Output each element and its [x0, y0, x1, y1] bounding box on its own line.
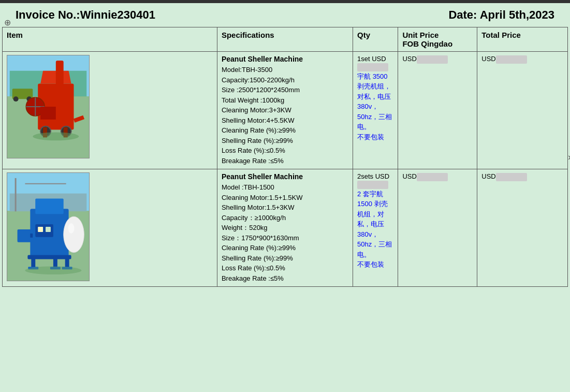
spec-title-1: Peanut Sheller Machine [222, 55, 348, 63]
unit-price-amount-blurred-2 [417, 173, 448, 181]
table-row: Peanut Sheller Machine Model:TBH-3500 Ca… [3, 52, 568, 169]
invoice-table: Item Specifications Qty Unit Price FOB Q… [2, 27, 568, 287]
table-header-row: Item Specifications Qty Unit Price FOB Q… [3, 27, 568, 52]
unit-price-line2: FOB Qingdao [402, 39, 452, 48]
spec-shelling-motor-2: Shelling Motor:1.5+3KW [222, 202, 348, 213]
col-header-item: Item [3, 27, 217, 52]
unit-price-cell-1: USD [398, 52, 477, 169]
unit-price-blurred-2 [357, 181, 388, 189]
spec-model-1: Model:TBH-3500 [222, 65, 348, 75]
spec-weight-2: Weight：520kg [222, 223, 348, 233]
unit-price-blurred-1 [357, 63, 388, 71]
spec-shelling-rate-1: Shelling Rate (%):≥99% [222, 136, 348, 146]
qty-value-2: 2sets USD [357, 172, 393, 189]
svg-point-27 [68, 223, 75, 234]
spec-breakage-rate-2: Breakage Rate :≤5% [222, 273, 348, 284]
total-price-value-2: USD [481, 172, 563, 181]
invoice-header: Invoice No.:Winnie230401 Date: April 5th… [0, 3, 570, 27]
svg-point-40 [25, 266, 81, 274]
spec-breakage-rate-1: Breakage Rate :≤5% [222, 156, 348, 166]
spec-cell-2: Peanut Sheller Machine Model :TBH-1500 C… [217, 169, 353, 287]
svg-rect-22 [15, 178, 17, 211]
spec-capacity-2: Capacity：≥1000kg/h [222, 213, 348, 223]
total-price-value-1: USD [481, 55, 563, 64]
total-price-amount-blurred-2 [496, 173, 527, 181]
svg-rect-29 [30, 234, 33, 238]
spec-shelling-motor-1: Shelling Motor:4+5.5KW [222, 115, 348, 126]
spec-size-1: Size :2500*1200*2450mm [222, 85, 348, 95]
qty-value-1: 1set USD [357, 55, 393, 71]
machine-blue-svg [7, 173, 89, 281]
invoice-date: Date: April 5th,2023 [448, 8, 554, 22]
product-cell-2 [7, 172, 213, 281]
svg-rect-25 [35, 199, 63, 214]
spec-weight-1: Total Weight :1000kg [222, 95, 348, 106]
spec-size-2: Size：1750*900*1630mm [222, 233, 348, 243]
svg-rect-33 [65, 257, 69, 268]
spec-shelling-rate-2: Shelling Rate (%):≥99% [222, 253, 348, 264]
scroll-right-icon[interactable]: › [568, 152, 570, 163]
invoice-number: Invoice No.:Winnie230401 [16, 8, 155, 22]
spec-loss-rate-1: Loss Rate (%):≤0.5% [222, 146, 348, 156]
svg-point-26 [64, 216, 84, 252]
item-cell-2 [3, 169, 217, 287]
add-row-icon[interactable]: ⊕ [4, 18, 11, 27]
col-header-total-price: Total Price [477, 27, 568, 52]
page-container: ⊕ Invoice No.:Winnie230401 Date: April 5… [0, 0, 570, 287]
table-row: Peanut Sheller Machine Model :TBH-1500 C… [3, 169, 568, 287]
spec-capacity-1: Capacity:1500-2200kg/h [222, 75, 348, 85]
unit-price-line1: Unit Price [402, 31, 439, 39]
product-image-1 [7, 55, 90, 158]
svg-rect-32 [53, 257, 57, 268]
spec-model-2: Model :TBH-1500 [222, 182, 348, 193]
spec-cleaning-motor-1: Cleaning Motor:3+3KW [222, 105, 348, 115]
unit-price-amount-blurred-1 [417, 55, 448, 64]
spec-cell-1: Peanut Sheller Machine Model:TBH-3500 Ca… [217, 52, 353, 169]
spec-loss-rate-2: Loss Rate (%):≤0.5% [222, 263, 348, 273]
total-price-cell-1: USD [477, 52, 568, 169]
total-price-cell-2: USD [477, 169, 568, 287]
col-header-qty: Qty [353, 27, 398, 52]
svg-point-18 [33, 133, 79, 141]
spec-cleaning-motor-2: Cleaning Motor:1.5+1.5KW [222, 193, 348, 203]
svg-rect-31 [31, 257, 35, 268]
svg-rect-23 [25, 183, 66, 184]
svg-rect-39 [46, 227, 51, 232]
col-header-unit-price: Unit Price FOB Qingdao [398, 27, 477, 52]
unit-price-value-1: USD [402, 55, 473, 64]
svg-rect-38 [38, 227, 43, 232]
table-wrapper: Item Specifications Qty Unit Price FOB Q… [0, 27, 570, 287]
col-header-spec: Specifications [217, 27, 353, 52]
svg-rect-16 [40, 107, 56, 120]
qty-cell-2: 2sets USD 2 套宇航 1500 剥壳机组，对私，电压 380v，50h… [353, 169, 398, 287]
unit-price-value-2: USD [402, 172, 473, 181]
machine-bg-blue [7, 173, 89, 281]
qty-note-1: 宇航 3500 剥壳机组，对私，电压 380v，50hz，三相电。不要包装 [357, 71, 393, 142]
qty-cell-1: 1set USD 宇航 3500 剥壳机组，对私，电压 380v，50hz，三相… [353, 52, 398, 169]
machine-bg-red [7, 55, 89, 158]
product-image-2 [7, 172, 90, 281]
spec-cleaning-rate-2: Cleaning Rate (%):≥99% [222, 243, 348, 253]
svg-rect-8 [56, 61, 64, 86]
machine-red-svg [7, 55, 89, 158]
qty-note-2: 2 套宇航 1500 剥壳机组，对私，电压 380v，50hz，三相电。不要包装 [357, 189, 393, 270]
spec-cleaning-rate-1: Cleaning Rate (%):≥99% [222, 125, 348, 136]
svg-point-4 [13, 96, 19, 101]
total-price-amount-blurred-1 [496, 55, 527, 64]
unit-price-cell-2: USD [398, 169, 477, 287]
spec-title-2: Peanut Sheller Machine [222, 172, 348, 181]
item-cell-1 [3, 52, 217, 169]
product-cell-1 [7, 55, 213, 158]
